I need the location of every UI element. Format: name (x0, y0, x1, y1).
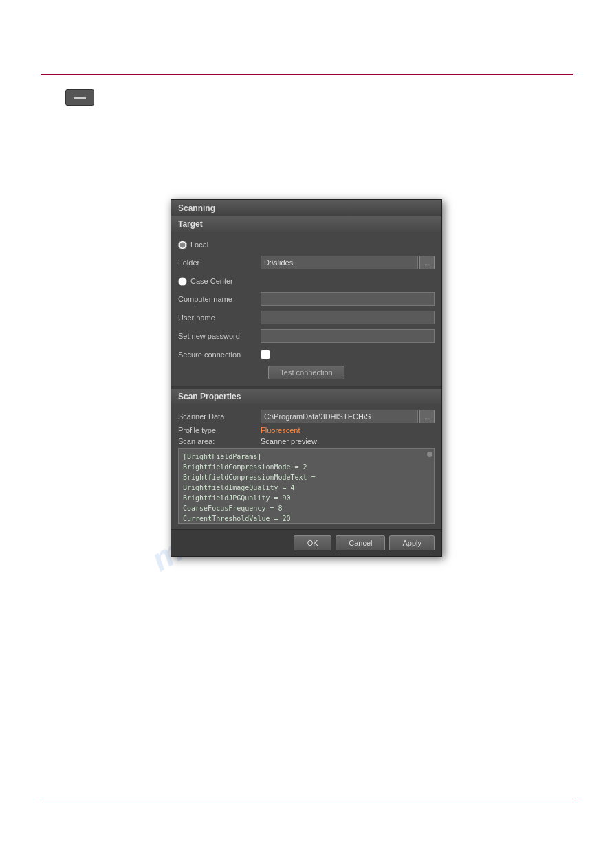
user-name-row: User name (178, 310, 435, 325)
scanner-data-row: Scanner Data ... (178, 410, 435, 423)
params-text-area[interactable]: [BrightFieldParams] BrightfieldCompressi… (178, 448, 435, 524)
top-icon-button[interactable] (65, 89, 94, 106)
scanner-data-input-group: ... (261, 410, 435, 423)
scan-properties-content: Scanner Data ... Profile type: Fluoresce… (171, 404, 441, 529)
password-input[interactable] (261, 329, 435, 343)
case-center-radio-label[interactable]: Case Center (178, 277, 233, 286)
folder-browse-button[interactable]: ... (419, 256, 435, 269)
scan-area-row: Scan area: Scanner preview (178, 437, 435, 445)
dialog-title: Scanning (178, 203, 215, 213)
top-rule (41, 74, 573, 75)
params-text-content: [BrightFieldParams] BrightfieldCompressi… (183, 452, 430, 524)
computer-name-input[interactable] (261, 292, 435, 306)
profile-type-label: Profile type: (178, 426, 261, 434)
secure-conn-label: Secure connection (178, 350, 261, 359)
target-section-content: Local Folder ... Case Center Computer na… (171, 232, 441, 386)
profile-type-value: Fluorescent (261, 426, 300, 434)
user-name-input[interactable] (261, 311, 435, 324)
apply-button[interactable]: Apply (389, 535, 435, 550)
bottom-rule (41, 799, 573, 799)
test-connection-button[interactable]: Test connection (268, 366, 344, 379)
profile-type-row: Profile type: Fluorescent (178, 426, 435, 434)
cancel-button[interactable]: Cancel (336, 535, 385, 550)
scanner-data-browse-button[interactable]: ... (419, 410, 435, 423)
user-name-label: User name (178, 313, 261, 322)
password-row: Set new password (178, 329, 435, 344)
ok-button[interactable]: OK (294, 535, 331, 550)
folder-label: Folder (178, 258, 261, 267)
scan-area-value: Scanner preview (261, 437, 317, 445)
folder-input[interactable] (261, 256, 418, 269)
scanner-data-input[interactable] (261, 410, 418, 423)
local-radio-row: Local (178, 237, 435, 252)
local-radio-label[interactable]: Local (178, 241, 208, 249)
dialog-titlebar: Scanning (171, 200, 441, 216)
scan-area-label: Scan area: (178, 437, 261, 445)
secure-conn-row: Secure connection (178, 347, 435, 362)
scan-properties-section-header: Scan Properties (171, 389, 441, 404)
dialog-footer: OK Cancel Apply (171, 529, 441, 556)
computer-name-label: Computer name (178, 295, 261, 303)
scanning-dialog: Scanning Target Local Folder ... Case Ce… (171, 199, 442, 557)
local-radio[interactable] (178, 241, 187, 249)
minus-icon (74, 97, 86, 99)
case-center-radio[interactable] (178, 277, 187, 286)
case-center-radio-row: Case Center (178, 274, 435, 289)
scanner-data-label: Scanner Data (178, 412, 261, 421)
target-section-header: Target (171, 216, 441, 232)
folder-row: Folder ... (178, 255, 435, 270)
scrollbar-indicator (427, 452, 432, 457)
folder-input-group: ... (261, 256, 435, 269)
computer-name-row: Computer name (178, 291, 435, 307)
password-label: Set new password (178, 332, 261, 340)
secure-conn-checkbox[interactable] (261, 350, 270, 359)
